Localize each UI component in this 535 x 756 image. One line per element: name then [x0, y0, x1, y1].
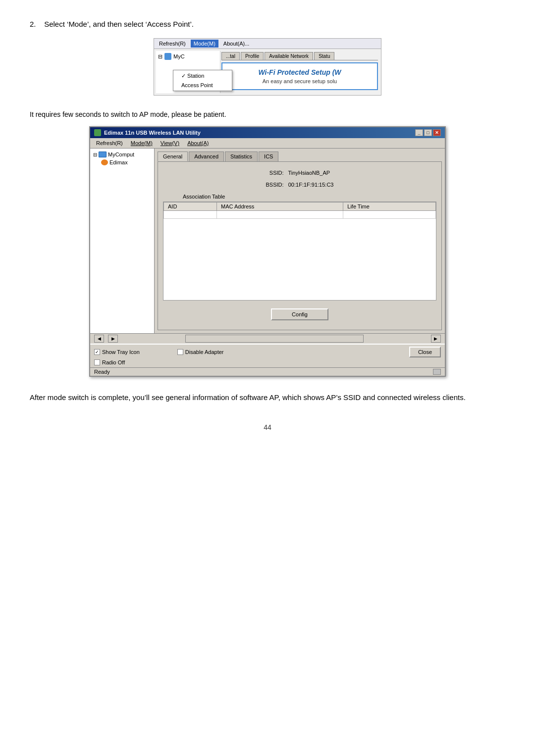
footer-scroll-bar: ◀ ▶ ▶ [90, 333, 445, 344]
mode-menu-small[interactable]: Mode(M) [191, 40, 218, 48]
network-icon [101, 159, 108, 165]
disable-adapter-checkbox[interactable] [177, 349, 183, 355]
step-text: 2. Select ‘Mode’, and then select ‘Acces… [30, 20, 505, 28]
refresh-menu-small[interactable]: Refresh(R) [156, 40, 189, 48]
computer-icon [99, 151, 107, 157]
h-scrollbar[interactable] [185, 335, 364, 343]
small-tree-item: ⊟ MyC [158, 53, 218, 60]
title-bar: Edimax 11n USB Wireless LAN Utility _ □ … [90, 127, 445, 138]
show-tray-checkbox[interactable] [94, 349, 100, 355]
bssid-value: 00:1F:1F:91:15:C3 [288, 182, 334, 188]
wps-subtitle: An easy and secure setup solu [227, 78, 372, 84]
tree-expand-icon[interactable]: ⊟ [93, 152, 97, 157]
refresh-menu[interactable]: Refresh(R) [93, 139, 126, 147]
show-tray-label: Show Tray Icon [102, 349, 140, 355]
station-option[interactable]: Station [173, 71, 232, 81]
show-tray-group: Show Tray Icon [94, 349, 140, 355]
tab-advanced[interactable]: Advanced [189, 151, 224, 161]
minimize-button[interactable]: _ [415, 129, 423, 136]
config-button[interactable]: Config [271, 308, 328, 320]
title-buttons: _ □ ✕ [415, 129, 441, 136]
left-tree: ⊟ MyComput Edimax [90, 149, 155, 333]
scroll-right-small-btn[interactable]: ▶ [108, 335, 118, 343]
radio-off-bar: Radio Off [90, 359, 445, 367]
assoc-table-wrapper: AID MAC Address Life Time [163, 202, 436, 301]
ssid-value: TinyHsiaoNB_AP [288, 170, 330, 176]
after-text: After mode switch is complete, you’ll se… [30, 392, 505, 403]
step-description: Select ‘Mode’, and then select ‘Access P… [44, 20, 194, 28]
title-icon [94, 129, 101, 136]
status-bar: Ready [90, 367, 445, 376]
bottom-bar: Show Tray Icon Disable Adapter Close [90, 344, 445, 359]
dialog-body: ⊟ MyComput Edimax General Advanced Stati… [90, 149, 445, 333]
tabs-bar: General Advanced Statistics ICS [158, 151, 442, 162]
disable-adapter-group: Disable Adapter [177, 349, 224, 355]
assoc-table: AID MAC Address Life Time [163, 202, 436, 219]
small-tabs-bar: ...tal Profile Available Network Statu [221, 52, 378, 60]
assoc-table-label: Association Table [163, 194, 436, 200]
about-menu[interactable]: About(A) [184, 139, 212, 147]
ssid-label: SSID: [269, 170, 284, 176]
col-lifetime: Life Time [343, 202, 436, 211]
status-indicator [433, 369, 441, 375]
main-dialog: Edimax 11n USB Wireless LAN Utility _ □ … [89, 126, 446, 377]
mode-dropdown-area: ⊟ MyC Station Access Point ...tal Profil… [154, 49, 381, 95]
tree-root-label: MyComput [108, 151, 134, 157]
tree-child-label: Edimax [109, 159, 128, 165]
wps-box: Wi-Fi Protected Setup (W An easy and sec… [221, 62, 378, 90]
mode-screenshot: Refresh(R) Mode(M) About(A)... ⊟ MyC Sta… [154, 38, 381, 96]
tree-root: ⊟ MyComput [92, 151, 152, 158]
radio-off-checkbox[interactable] [94, 359, 100, 365]
mode-dropdown: Station Access Point [173, 70, 232, 91]
table-row-empty [164, 211, 436, 219]
content-panel: SSID: TinyHsiaoNB_AP BSSID: 00:1F:1F:91:… [158, 162, 442, 330]
wps-title: Wi-Fi Protected Setup (W [227, 68, 372, 76]
disable-adapter-label: Disable Adapter [185, 349, 224, 355]
expand-icon: ⊟ [158, 53, 162, 60]
tab-small-3[interactable]: Statu [314, 52, 334, 60]
title-bar-left: Edimax 11n USB Wireless LAN Utility [94, 129, 201, 136]
tree-child[interactable]: Edimax [100, 158, 152, 166]
col-mac: MAC Address [217, 202, 343, 211]
radio-off-group: Radio Off [94, 359, 125, 365]
disable-adapter-inline: Disable Adapter [177, 349, 224, 355]
dialog-title: Edimax 11n USB Wireless LAN Utility [104, 130, 201, 136]
config-btn-area: Config [163, 308, 436, 320]
view-menu[interactable]: View(V) [158, 139, 182, 147]
status-text: Ready [94, 369, 433, 375]
tab-small-0[interactable]: ...tal [221, 52, 240, 60]
mode-menu[interactable]: Mode(M) [128, 139, 156, 147]
col-aid: AID [164, 202, 217, 211]
radio-off-label: Radio Off [102, 359, 125, 365]
about-menu-small[interactable]: About(A)... [220, 40, 253, 48]
tree-sub: Edimax [92, 158, 152, 166]
tab-ics[interactable]: ICS [259, 151, 278, 161]
tab-general[interactable]: General [158, 151, 188, 161]
window-close-button[interactable]: ✕ [433, 129, 441, 136]
right-content: General Advanced Statistics ICS SSID: Ti… [155, 149, 445, 333]
close-button[interactable]: Close [409, 347, 441, 357]
bssid-row: BSSID: 00:1F:1F:91:15:C3 [163, 182, 436, 188]
computer-icon-small [164, 53, 171, 60]
scroll-right-btn[interactable]: ▶ [431, 335, 441, 343]
small-right-panel: ...tal Profile Available Network Statu W… [220, 51, 379, 93]
tab-small-1[interactable]: Profile [241, 52, 264, 60]
small-menu-bar: Refresh(R) Mode(M) About(A)... [154, 39, 381, 49]
step-number: 2. [30, 20, 36, 28]
tab-statistics[interactable]: Statistics [225, 151, 258, 161]
maximize-button[interactable]: □ [424, 129, 432, 136]
ssid-row: SSID: TinyHsiaoNB_AP [163, 170, 436, 176]
tree-label-small: MyC [173, 53, 185, 59]
scroll-left-btn[interactable]: ◀ [94, 335, 104, 343]
bssid-label: BSSID: [266, 182, 284, 188]
small-tree: ⊟ MyC Station Access Point [156, 51, 220, 93]
page-number: 44 [30, 423, 505, 431]
menu-bar: Refresh(R) Mode(M) View(V) About(A) [90, 138, 445, 149]
instruction-text: It requires few seconds to switch to AP … [30, 110, 505, 118]
tab-small-2[interactable]: Available Network [265, 52, 313, 60]
access-point-option[interactable]: Access Point [173, 81, 232, 90]
